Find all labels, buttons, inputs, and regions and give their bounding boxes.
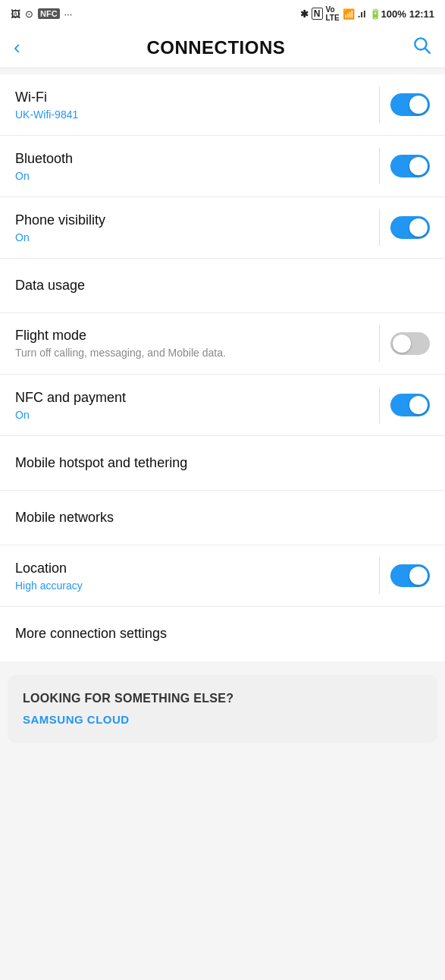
item-left-flight-mode: Flight modeTurn off calling, messaging, … [15,327,379,361]
photo-icon: 🖼 [11,8,20,20]
settings-item-flight-mode[interactable]: Flight modeTurn off calling, messaging, … [0,313,445,375]
item-title-data-usage: Data usage [15,277,430,294]
settings-item-phone-visibility[interactable]: Phone visibilityOn [0,197,445,259]
item-right-flight-mode [379,325,430,362]
settings-item-location[interactable]: LocationHigh accuracy [0,545,445,607]
settings-item-more-connection-settings[interactable]: More connection settings [0,607,445,661]
toggle-phone-visibility[interactable] [390,216,430,239]
item-title-mobile-hotspot: Mobile hotspot and tethering [15,454,430,472]
time: 12:11 [409,8,434,20]
timer-icon: ⊙ [25,8,33,20]
toggle-flight-mode[interactable] [390,332,430,355]
page-title: CONNECTIONS [146,37,285,58]
bottom-card: LOOKING FOR SOMETHING ELSE? SAMSUNG CLOU… [8,675,437,743]
settings-item-mobile-hotspot[interactable]: Mobile hotspot and tethering [0,436,445,491]
item-title-flight-mode: Flight mode [15,327,379,344]
settings-item-bluetooth[interactable]: BluetoothOn [0,136,445,197]
settings-item-nfc-payment[interactable]: NFC and paymentOn [0,375,445,436]
divider-phone-visibility [379,209,380,246]
item-right-nfc-payment [379,387,430,423]
bluetooth-icon: ✱ [300,8,309,20]
toggle-nfc-payment[interactable] [390,394,430,416]
more-icon: ··· [64,8,73,20]
item-left-data-usage: Data usage [15,277,430,294]
search-button[interactable] [412,35,431,60]
divider-nfc-payment [379,387,380,423]
status-left-icons: 🖼 ⊙ NFC ··· [11,8,72,20]
item-subtitle-flight-mode: Turn off calling, messaging, and Mobile … [15,346,379,361]
item-subtitle-location: High accuracy [15,580,379,592]
item-left-mobile-networks: Mobile networks [15,509,430,526]
toggle-bluetooth[interactable] [390,155,430,177]
volte-icon: VoLTE [326,5,340,22]
back-button[interactable]: ‹ [14,36,20,59]
item-left-nfc-payment: NFC and paymentOn [15,389,379,420]
settings-item-data-usage[interactable]: Data usage [0,259,445,313]
item-right-phone-visibility [379,209,430,246]
item-title-more-connection-settings: More connection settings [15,625,430,642]
item-left-mobile-hotspot: Mobile hotspot and tethering [15,454,430,472]
toggle-knob-flight-mode [393,335,411,353]
settings-item-wifi[interactable]: Wi-FiUK-Wifi-9841 [0,74,445,136]
wifi-icon: 📶 [343,8,355,20]
item-right-location [379,558,430,594]
item-left-more-connection-settings: More connection settings [15,625,430,642]
nfc-status-icon: NFC [38,8,60,19]
item-left-location: LocationHigh accuracy [15,560,379,591]
svg-line-1 [425,49,430,53]
signal-icon: .ıl [358,8,366,20]
divider-flight-mode [379,325,380,362]
item-left-phone-visibility: Phone visibilityOn [15,212,379,243]
status-right-icons: ✱ N VoLTE 📶 .ıl 12:11 🔋100% 12:11 [300,5,434,22]
toggle-location[interactable] [390,564,430,587]
item-title-bluetooth: Bluetooth [15,150,379,168]
item-right-bluetooth [379,148,430,184]
settings-item-mobile-networks[interactable]: Mobile networks [0,491,445,545]
item-subtitle-bluetooth: On [15,170,379,182]
item-subtitle-phone-visibility: On [15,231,379,243]
item-title-nfc-payment: NFC and payment [15,389,379,407]
item-right-wifi [379,86,430,123]
item-title-location: Location [15,560,379,577]
item-subtitle-wifi: UK-Wifi-9841 [15,108,379,121]
header: ‹ CONNECTIONS [0,27,445,68]
item-left-bluetooth: BluetoothOn [15,150,379,181]
n-icon: N [312,8,323,20]
item-title-wifi: Wi-Fi [15,89,379,106]
toggle-knob-nfc-payment [409,396,428,414]
status-bar: 🖼 ⊙ NFC ··· ✱ N VoLTE 📶 .ıl 12:11 🔋100% … [0,0,445,27]
bottom-card-title: LOOKING FOR SOMETHING ELSE? [23,692,422,705]
samsung-cloud-link[interactable]: SAMSUNG CLOUD [23,713,422,726]
toggle-knob-phone-visibility [409,218,428,237]
toggle-wifi[interactable] [390,93,430,116]
divider-wifi [379,86,380,123]
battery-icon: 🔋100% [369,8,406,20]
settings-list: Wi-FiUK-Wifi-9841BluetoothOnPhone visibi… [0,74,445,661]
item-subtitle-nfc-payment: On [15,409,379,421]
item-left-wifi: Wi-FiUK-Wifi-9841 [15,89,379,120]
divider-bluetooth [379,148,380,184]
item-title-phone-visibility: Phone visibility [15,212,379,229]
item-title-mobile-networks: Mobile networks [15,509,430,526]
toggle-knob-bluetooth [409,157,428,175]
toggle-knob-location [409,567,428,585]
toggle-knob-wifi [409,96,428,114]
divider-location [379,558,380,594]
